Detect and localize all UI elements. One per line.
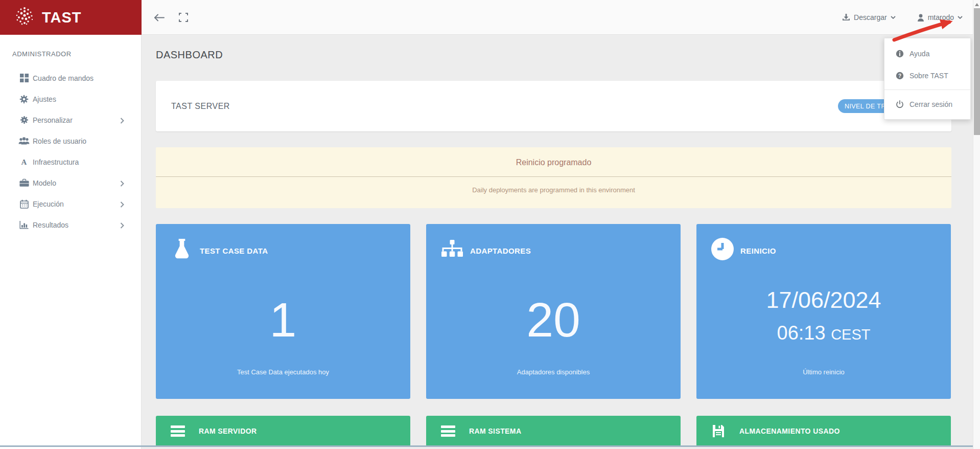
sidebar-item-label: Roles de usuario xyxy=(33,137,86,145)
sidebar-item-personalizar[interactable]: Personalizar xyxy=(0,109,141,130)
cog-icon xyxy=(18,115,30,125)
chevron-right-icon xyxy=(120,179,124,189)
user-dropdown-menu: Ayuda ? Sobre TAST Cerrar sesión xyxy=(884,38,971,120)
chevron-right-icon xyxy=(120,117,124,126)
menu-item-label: Cerrar sesión xyxy=(909,100,952,108)
bar-chart-icon xyxy=(18,220,30,230)
logo-text: TAST xyxy=(42,9,82,26)
metric-card-title: RAM SISTEMA xyxy=(469,427,521,435)
scroll-up-button[interactable] xyxy=(973,0,980,8)
font-icon xyxy=(18,157,30,167)
sidebar-item-infraestructura[interactable]: Infraestructura xyxy=(0,151,141,172)
fullscreen-button[interactable] xyxy=(179,0,188,35)
stat-card-reinicio: REINICIO 17/06/2024 06:13 CEST Último re… xyxy=(696,224,951,399)
users-icon xyxy=(18,136,30,146)
sidebar: ADMINISTRADOR Cuadro de mandos xyxy=(0,35,142,449)
app-window: TAST Descargar xyxy=(0,0,980,449)
question-circle-icon: ? xyxy=(896,72,904,80)
stat-card-title: ADAPTADORES xyxy=(470,246,531,255)
stat-card-caption: Test Case Data ejecutados hoy xyxy=(156,368,410,376)
server-card: TAST SERVER NIVEL DE TR xyxy=(156,81,951,131)
stat-card-value: 20 xyxy=(426,281,681,358)
metric-card-almacenamiento: ALMACENAMIENTO USADO xyxy=(696,416,951,446)
stat-card-title: TEST CASE DATA xyxy=(200,246,268,255)
chevron-right-icon xyxy=(120,221,124,231)
menu-item-sobre-tast[interactable]: ? Sobre TAST xyxy=(884,64,970,86)
sidebar-item-resultados[interactable]: Resultados xyxy=(0,214,141,235)
menu-item-ayuda[interactable]: Ayuda xyxy=(884,42,970,64)
svg-text:?: ? xyxy=(898,73,901,78)
scheduled-restart-alert: Reinicio programado Daily deployments ar… xyxy=(156,147,951,208)
menu-item-label: Ayuda xyxy=(909,50,929,58)
bars-icon xyxy=(170,424,185,438)
sidebar-item-label: Ajustes xyxy=(33,95,56,103)
sidebar-item-label: Modelo xyxy=(33,179,56,187)
metric-card-title: RAM SERVIDOR xyxy=(199,427,256,435)
sitemap-icon xyxy=(440,237,464,261)
arrow-left-icon xyxy=(153,13,165,22)
clock-icon xyxy=(711,237,734,261)
metric-card-ram-servidor: RAM SERVIDOR xyxy=(156,416,410,446)
grid-icon xyxy=(18,73,30,83)
menu-divider xyxy=(884,89,970,90)
scrollbar-thumb[interactable] xyxy=(974,8,980,135)
menu-item-cerrar-sesion[interactable]: Cerrar sesión xyxy=(884,93,970,115)
alert-title: Reinicio programado xyxy=(156,158,951,167)
page-title: DASHBOARD xyxy=(156,49,223,61)
sidebar-section-label: ADMINISTRADOR xyxy=(12,50,72,58)
sidebar-item-label: Personalizar xyxy=(33,116,73,124)
floppy-icon xyxy=(711,424,726,438)
stat-card-value: 1 xyxy=(156,281,410,358)
sidebar-item-cuadro-de-mandos[interactable]: Cuadro de mandos xyxy=(0,68,141,88)
stat-card-test-case-data: TEST CASE DATA 1 Test Case Data ejecutad… xyxy=(156,224,410,399)
chevron-down-icon xyxy=(958,16,963,19)
gear-icon xyxy=(18,94,30,104)
stat-card-adaptadores: ADAPTADORES 20 Adaptadores disponibles xyxy=(426,224,681,399)
restart-date: 17/06/2024 xyxy=(696,285,951,315)
stat-card-caption: Último reinicio xyxy=(696,368,951,376)
bars-icon xyxy=(440,424,456,438)
topbar-actions: Descargar mtarodo xyxy=(842,0,963,35)
briefcase-icon xyxy=(18,178,30,188)
scroll-up-arrow-icon xyxy=(975,3,979,6)
flask-icon xyxy=(170,237,194,261)
server-card-title: TAST SERVER xyxy=(171,81,230,131)
calendar-icon xyxy=(18,199,30,209)
download-menu-button[interactable]: Descargar xyxy=(842,13,896,21)
restart-timezone: CEST xyxy=(831,326,870,343)
stat-card-caption: Adaptadores disponibles xyxy=(426,368,681,376)
download-label: Descargar xyxy=(854,13,887,21)
alert-divider xyxy=(156,176,951,177)
restart-time-value: 06:13 xyxy=(777,322,826,344)
brand-logo[interactable]: TAST xyxy=(0,0,142,35)
metric-card-title: ALMACENAMIENTO USADO xyxy=(739,427,840,435)
sidebar-item-ejecucion[interactable]: Ejecución xyxy=(0,193,141,214)
back-button[interactable] xyxy=(153,0,165,35)
chevron-down-icon xyxy=(891,16,896,19)
sidebar-item-label: Resultados xyxy=(33,221,68,229)
download-icon xyxy=(842,13,850,21)
vertical-scrollbar[interactable] xyxy=(973,0,980,449)
username-label: mtarodo xyxy=(928,13,954,21)
restart-time: 06:13 CEST xyxy=(696,320,951,347)
user-icon xyxy=(917,14,924,21)
info-circle-icon xyxy=(896,50,904,58)
main-content: DASHBOARD TAST SERVER NIVEL DE TR Reinic… xyxy=(142,35,980,449)
sidebar-item-modelo[interactable]: Modelo xyxy=(0,172,141,193)
stat-card-title: REINICIO xyxy=(740,246,776,255)
stat-card-row: TEST CASE DATA 1 Test Case Data ejecutad… xyxy=(156,224,951,399)
sidebar-item-roles-de-usuario[interactable]: Roles de usuario xyxy=(0,130,141,151)
sidebar-item-ajustes[interactable]: Ajustes xyxy=(0,88,141,109)
topbar: TAST Descargar xyxy=(0,0,980,35)
menu-item-label: Sobre TAST xyxy=(909,72,948,80)
metric-card-ram-sistema: RAM SISTEMA xyxy=(426,416,681,446)
metric-card-row: RAM SERVIDOR RAM SISTEMA ALMACENAMIENTO xyxy=(156,416,951,446)
sidebar-item-label: Cuadro de mandos xyxy=(33,74,94,82)
user-menu-button[interactable]: mtarodo xyxy=(917,13,963,21)
expand-icon xyxy=(179,13,188,22)
logo-sphere-icon xyxy=(14,6,35,29)
sidebar-item-label: Ejecución xyxy=(33,200,64,208)
chevron-right-icon xyxy=(120,200,124,210)
viewport-bottom-edge xyxy=(0,445,980,447)
power-icon xyxy=(896,100,904,108)
